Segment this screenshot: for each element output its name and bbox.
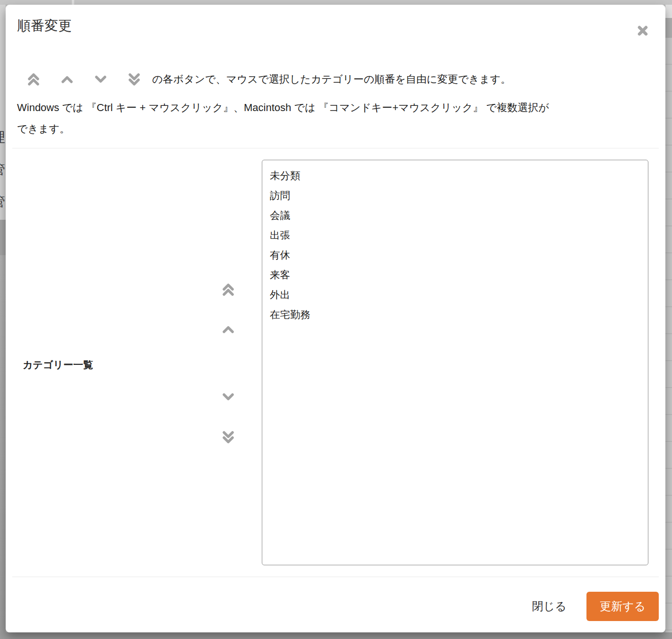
body-top-divider [12, 148, 659, 148]
instruction-paragraph: Windows では 『Ctrl キー + マウスクリック』、Macintosh… [17, 97, 655, 139]
background-right-dark-band [665, 18, 672, 38]
background-left-light: 理 管 管 [0, 5, 6, 220]
update-button[interactable]: 更新する [586, 592, 659, 621]
move-bottom-button[interactable] [220, 429, 236, 445]
background-left-lower [0, 255, 6, 639]
close-button[interactable]: 閉じる [532, 599, 567, 614]
background-text-fragment: 管 [0, 193, 5, 211]
instruction-line1: の各ボタンで、マウスで選択したカテゴリーの順番を自由に変更できます。 [152, 72, 511, 86]
background-top-bar [0, 0, 672, 5]
background-text-fragment: 管 [0, 161, 5, 179]
double-up-arrow-icon [221, 283, 235, 297]
background-bottom-bar [0, 632, 672, 639]
instruction-line3: できます。 [17, 118, 655, 139]
down-arrow-icon [221, 390, 235, 404]
double-up-arrow-icon [26, 72, 41, 86]
reorder-dialog: 順番変更 の各ボタンで、マウスで選択したカテゴリーの順番を自由に変更できます。 … [6, 5, 665, 632]
list-item[interactable]: 会議 [270, 206, 640, 225]
list-item[interactable]: 在宅勤務 [270, 305, 640, 325]
list-item[interactable]: 未分類 [270, 166, 640, 186]
category-list-label: カテゴリー一覧 [23, 358, 93, 371]
background-left-strip: 理 管 管 [0, 5, 6, 639]
double-down-arrow-icon [221, 430, 235, 444]
up-arrow-icon [221, 322, 235, 337]
category-listbox[interactable]: 未分類訪問会議出張有休来客外出在宅勤務 [262, 160, 648, 565]
instruction-icon-row: の各ボタンで、マウスで選択したカテゴリーの順番を自由に変更できます。 [26, 71, 511, 88]
dialog-footer: 閉じる 更新する [532, 592, 659, 621]
background-right-table-rows [665, 38, 672, 639]
move-down-button[interactable] [220, 389, 236, 405]
background-top-bar-gap [72, 0, 74, 5]
dialog-title: 順番変更 [17, 17, 72, 34]
move-up-button[interactable] [220, 321, 236, 337]
instruction-line2: Windows では 『Ctrl キー + マウスクリック』、Macintosh… [17, 97, 655, 118]
footer-divider [12, 577, 659, 577]
background-text-fragment: 理 [0, 129, 5, 147]
close-icon[interactable] [634, 22, 651, 39]
list-item[interactable]: 来客 [270, 265, 640, 285]
up-arrow-icon [60, 72, 74, 86]
background-right-strip [665, 5, 672, 639]
double-down-arrow-icon [127, 72, 141, 86]
list-item[interactable]: 出張 [270, 225, 640, 245]
move-top-button[interactable] [220, 282, 236, 298]
down-arrow-icon [94, 72, 108, 86]
list-item[interactable]: 外出 [270, 285, 640, 305]
background-left-dark-band [0, 220, 6, 255]
list-item[interactable]: 訪問 [270, 186, 640, 206]
list-item[interactable]: 有休 [270, 245, 640, 265]
background-right-light [665, 5, 672, 18]
